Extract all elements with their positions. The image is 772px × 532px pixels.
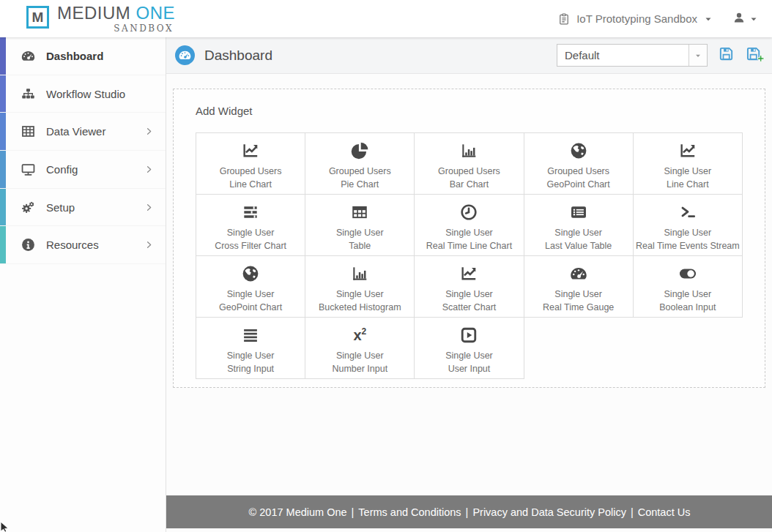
widget-group-label: Single User (196, 349, 305, 362)
table-icon (305, 200, 414, 224)
user-icon (732, 11, 746, 27)
globe-icon (196, 261, 305, 285)
chevron-right-icon (144, 240, 154, 250)
widget-group-label: Grouped Users (524, 165, 633, 178)
widget-single-user-boolean-input[interactable]: Single UserBoolean Input (634, 256, 743, 318)
sidebar-color-strip (0, 151, 6, 188)
brand-logo: M MEDIUM ONE SANDBOX (26, 4, 175, 33)
page-title: Dashboard (204, 48, 272, 64)
content-area: Add Widget Grouped UsersLine ChartGroupe… (166, 74, 772, 495)
widget-single-user-real-time-line-chart[interactable]: Single UserReal Time Line Chart (415, 195, 524, 256)
sidebar-nav: DashboardWorkflow StudioData ViewerConfi… (0, 37, 166, 532)
widget-type-label: String Input (196, 362, 305, 375)
widget-single-user-geopoint-chart[interactable]: Single UserGeoPoint Chart (196, 256, 305, 318)
widget-group-label: Single User (305, 349, 414, 362)
widget-single-user-string-input[interactable]: Single UserString Input (196, 318, 305, 379)
desktop-icon (20, 162, 36, 177)
footer-link-terms-and-conditions[interactable]: Terms and Conditions (358, 506, 461, 518)
widget-grid: Grouped UsersLine ChartGrouped UsersPie … (196, 132, 743, 379)
widget-group-label: Single User (634, 226, 742, 239)
widget-type-label: User Input (415, 362, 523, 375)
widget-grouped-users-bar-chart[interactable]: Grouped UsersBar Chart (415, 133, 524, 195)
pie-chart-icon (305, 138, 414, 162)
cross-filter-icon (196, 200, 305, 224)
widget-group-label: Grouped Users (305, 165, 414, 178)
play-square-icon (415, 323, 523, 347)
widget-type-label: Boolean Input (634, 301, 742, 314)
sidebar-item-dashboard[interactable]: Dashboard (0, 37, 166, 75)
add-widget-panel: Add Widget Grouped UsersLine ChartGroupe… (173, 89, 765, 388)
sidebar-item-label: Config (46, 163, 78, 176)
save-plus-icon (745, 45, 765, 65)
sidebar-item-data-viewer[interactable]: Data Viewer (0, 113, 166, 151)
widget-single-user-scatter-chart[interactable]: Single UserScatter Chart (415, 256, 524, 318)
widget-group-label: Single User (415, 288, 523, 301)
widget-single-user-user-input[interactable]: Single UserUser Input (415, 318, 524, 379)
clock-icon (415, 200, 523, 224)
widget-single-user-number-input[interactable]: x2Single UserNumber Input (305, 318, 415, 379)
mouse-cursor-icon (0, 521, 10, 532)
widget-group-label: Single User (634, 165, 742, 178)
table-grid-icon (20, 124, 36, 139)
widget-type-label: Number Input (305, 362, 414, 375)
number-icon: x2 (305, 323, 414, 347)
footer-divider: | (352, 506, 355, 518)
sidebar-item-label: Setup (46, 201, 75, 214)
widget-group-label: Single User (196, 288, 305, 301)
widget-type-label: Scatter Chart (415, 301, 523, 314)
footer-link-privacy-and-data-security-policy[interactable]: Privacy and Data Security Policy (472, 506, 626, 518)
widget-type-label: Pie Chart (305, 178, 414, 191)
sidebar-color-strip (0, 75, 6, 113)
dashboard-preset-select[interactable]: Default (557, 44, 708, 67)
widget-type-label: Cross Filter Chart (196, 239, 305, 252)
sidebar-color-strip (0, 226, 6, 263)
sidebar-item-workflow-studio[interactable]: Workflow Studio (0, 75, 166, 113)
widget-type-label: Line Chart (196, 178, 305, 191)
sidebar-item-label: Workflow Studio (46, 88, 125, 100)
sandbox-name: IoT Prototyping Sandbox (576, 12, 697, 25)
sidebar-color-strip (0, 113, 6, 150)
widget-group-label: Single User (415, 349, 523, 362)
info-icon (20, 237, 36, 252)
gauge-icon (524, 261, 633, 285)
widget-group-label: Grouped Users (415, 165, 523, 178)
widget-type-label: GeoPoint Chart (196, 301, 305, 314)
widget-grouped-users-geopoint-chart[interactable]: Grouped UsersGeoPoint Chart (524, 133, 634, 195)
sidebar-item-config[interactable]: Config (0, 151, 166, 189)
footer-link-contact-us[interactable]: Contact Us (638, 506, 691, 518)
widget-group-label: Single User (634, 288, 742, 301)
footer-divider: | (631, 506, 634, 518)
chart-line-icon (634, 138, 742, 162)
save-dashboard-as-new-button[interactable] (745, 45, 765, 65)
widget-grouped-users-line-chart[interactable]: Grouped UsersLine Chart (196, 133, 305, 195)
widget-single-user-last-value-table[interactable]: Single UserLast Value Table (524, 195, 634, 256)
widget-single-user-real-time-events-stream[interactable]: Single UserReal Time Events Stream (634, 195, 743, 256)
sidebar-item-label: Dashboard (46, 50, 103, 62)
widget-type-label: Real Time Gauge (524, 301, 633, 314)
widget-type-label: Bucketed Histogram (305, 301, 414, 314)
account-menu-dropdown[interactable] (732, 11, 759, 27)
widget-grouped-users-pie-chart[interactable]: Grouped UsersPie Chart (305, 133, 415, 195)
chevron-right-icon (144, 165, 154, 174)
widget-single-user-real-time-gauge[interactable]: Single UserReal Time Gauge (524, 256, 634, 318)
widget-single-user-bucketed-histogram[interactable]: Single UserBucketed Histogram (305, 256, 415, 318)
terminal-icon (634, 200, 742, 224)
chart-line-icon (415, 261, 523, 285)
save-dashboard-button[interactable] (718, 45, 735, 65)
main-column: Dashboard Default Add Widget Grouped Use… (166, 37, 772, 532)
widget-single-user-table[interactable]: Single UserTable (305, 195, 415, 256)
widget-type-label: Last Value Table (524, 239, 633, 252)
caret-down-icon (703, 14, 713, 24)
bar-chart-icon (305, 261, 414, 285)
sidebar-item-resources[interactable]: Resources (0, 226, 166, 264)
widget-group-label: Single User (415, 226, 523, 239)
gears-icon (20, 200, 36, 215)
page-header: Dashboard Default (166, 37, 772, 74)
widget-single-user-line-chart[interactable]: Single UserLine Chart (634, 133, 743, 195)
sandbox-switcher-dropdown[interactable]: IoT Prototyping Sandbox (557, 12, 713, 26)
sidebar-color-strip (0, 37, 6, 75)
add-widget-title: Add Widget (196, 105, 743, 117)
widget-type-label: GeoPoint Chart (524, 178, 633, 191)
widget-single-user-cross-filter-chart[interactable]: Single UserCross Filter Chart (196, 195, 305, 256)
sidebar-item-setup[interactable]: Setup (0, 189, 166, 227)
